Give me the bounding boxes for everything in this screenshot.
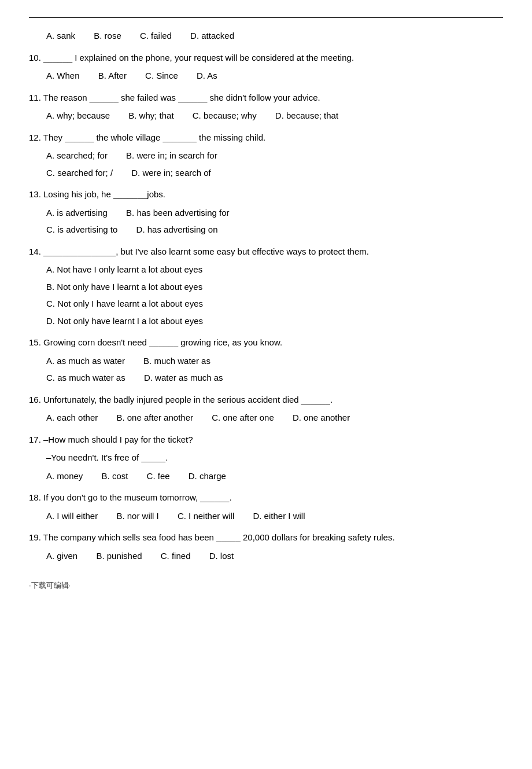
q16-opt-d: D. one another bbox=[293, 410, 350, 425]
question-18-text: 18. If you don't go to the museum tomorr… bbox=[29, 490, 503, 505]
question-11: 11. The reason ______ she failed was ___… bbox=[29, 90, 503, 123]
q18-opt-a: A. I will either bbox=[46, 509, 98, 524]
question-12-options-line1: A. searched; for B. were in; in search f… bbox=[46, 148, 503, 163]
top-options-block: A. sank B. rose C. failed D. attacked bbox=[29, 28, 503, 43]
q11-opt-d: D. because; that bbox=[275, 108, 338, 123]
q11-opt-a: A. why; because bbox=[46, 108, 110, 123]
q17-opt-d: D. charge bbox=[189, 469, 226, 484]
question-15-options-line2: C. as much water as D. water as much as bbox=[46, 370, 503, 385]
question-16-text: 16. Unfortunately, the badly injured peo… bbox=[29, 392, 503, 407]
question-15-text: 15. Growing corn doesn't need ______ gro… bbox=[29, 335, 503, 350]
question-16: 16. Unfortunately, the badly injured peo… bbox=[29, 392, 503, 425]
q18-opt-d: D. either I will bbox=[253, 509, 305, 524]
question-18: 18. If you don't go to the museum tomorr… bbox=[29, 490, 503, 523]
q14-opt-a: A. Not have I only learnt a lot about ey… bbox=[46, 262, 503, 277]
question-17-text: 17. –How much should I pay for the ticke… bbox=[29, 432, 503, 447]
q19-opt-c: C. fined bbox=[161, 549, 191, 564]
question-16-options: A. each other B. one after another C. on… bbox=[46, 410, 503, 425]
q12-opt-c: C. searched for; / bbox=[46, 165, 113, 181]
q18-opt-b: B. nor will I bbox=[116, 509, 158, 524]
question-10-options: A. When B. After C. Since D. As bbox=[46, 68, 503, 83]
q13-opt-a: A. is advertising bbox=[46, 205, 108, 220]
question-14-text: 14. _______________, but I've also learn… bbox=[29, 244, 503, 259]
q14-opt-c: C. Not only I have learnt a lot about ey… bbox=[46, 296, 503, 311]
question-10: 10. ______ I explained on the phone, you… bbox=[29, 50, 503, 83]
q14-opt-d: D. Not only have learnt I a lot about ey… bbox=[46, 314, 503, 329]
q16-opt-c: C. one after one bbox=[212, 410, 274, 425]
q15-opt-c: C. as much water as bbox=[46, 370, 125, 385]
question-19-text: 19. The company which sells sea food has… bbox=[29, 530, 503, 545]
q13-opt-c: C. is advertising to bbox=[46, 222, 117, 237]
q10-opt-d: D. As bbox=[197, 68, 217, 83]
question-13: 13. Losing his job, he _______jobs. A. i… bbox=[29, 187, 503, 237]
q12-opt-a: A. searched; for bbox=[46, 148, 108, 163]
question-12-options-line2: C. searched for; / D. were in; search of bbox=[46, 165, 503, 181]
q17-opt-c: C. fee bbox=[147, 469, 170, 484]
question-17: 17. –How much should I pay for the ticke… bbox=[29, 432, 503, 484]
question-14: 14. _______________, but I've also learn… bbox=[29, 244, 503, 329]
q10-opt-a: A. When bbox=[46, 68, 80, 83]
option-d-attacked: D. attacked bbox=[190, 28, 234, 43]
question-13-text: 13. Losing his job, he _______jobs. bbox=[29, 187, 503, 202]
q19-opt-b: B. punished bbox=[96, 549, 142, 564]
option-b-rose: B. rose bbox=[94, 28, 121, 43]
footer-text: ·下载可编辑· bbox=[29, 580, 503, 591]
question-10-text: 10. ______ I explained on the phone, you… bbox=[29, 50, 503, 65]
top-divider bbox=[29, 17, 503, 18]
question-17-options: A. money B. cost C. fee D. charge bbox=[46, 469, 503, 484]
q15-opt-b: B. much water as bbox=[143, 354, 210, 369]
question-18-options: A. I will either B. nor will I C. I neit… bbox=[46, 509, 503, 524]
top-options-row: A. sank B. rose C. failed D. attacked bbox=[46, 28, 503, 43]
question-15: 15. Growing corn doesn't need ______ gro… bbox=[29, 335, 503, 385]
q15-opt-d: D. water as much as bbox=[144, 370, 223, 385]
option-a-sank: A. sank bbox=[46, 28, 75, 43]
question-19-options: A. given B. punished C. fined D. lost bbox=[46, 549, 503, 564]
q18-opt-c: C. I neither will bbox=[178, 509, 234, 524]
q19-opt-a: A. given bbox=[46, 549, 77, 564]
question-13-options-line1: A. is advertising B. has been advertisin… bbox=[46, 205, 503, 220]
q19-opt-d: D. lost bbox=[209, 549, 234, 564]
q13-opt-b: B. has been advertising for bbox=[126, 205, 229, 220]
q12-opt-b: B. were in; in search for bbox=[126, 148, 217, 163]
q12-opt-d: D. were in; search of bbox=[131, 165, 211, 181]
question-15-options-line1: A. as much as water B. much water as bbox=[46, 354, 503, 369]
q16-opt-a: A. each other bbox=[46, 410, 98, 425]
q15-opt-a: A. as much as water bbox=[46, 354, 125, 369]
q11-opt-b: B. why; that bbox=[128, 108, 173, 123]
question-11-options: A. why; because B. why; that C. because;… bbox=[46, 108, 503, 123]
q11-opt-c: C. because; why bbox=[193, 108, 257, 123]
q17-opt-a: A. money bbox=[46, 469, 83, 484]
question-17-subtext: –You needn't. It's free of _____. bbox=[46, 450, 503, 465]
q14-opt-b: B. Not only have I learnt a lot about ey… bbox=[46, 279, 503, 295]
q16-opt-b: B. one after another bbox=[116, 410, 193, 425]
option-c-failed: C. failed bbox=[140, 28, 172, 43]
q10-opt-c: C. Since bbox=[145, 68, 178, 83]
q13-opt-d: D. has advertising on bbox=[136, 222, 218, 237]
q17-opt-b: B. cost bbox=[102, 469, 128, 484]
question-11-text: 11. The reason ______ she failed was ___… bbox=[29, 90, 503, 105]
q10-opt-b: B. After bbox=[98, 68, 127, 83]
question-13-options-line2: C. is advertising to D. has advertising … bbox=[46, 222, 503, 237]
question-12: 12. They ______ the whole village ______… bbox=[29, 130, 503, 181]
question-19: 19. The company which sells sea food has… bbox=[29, 530, 503, 563]
question-12-text: 12. They ______ the whole village ______… bbox=[29, 130, 503, 145]
